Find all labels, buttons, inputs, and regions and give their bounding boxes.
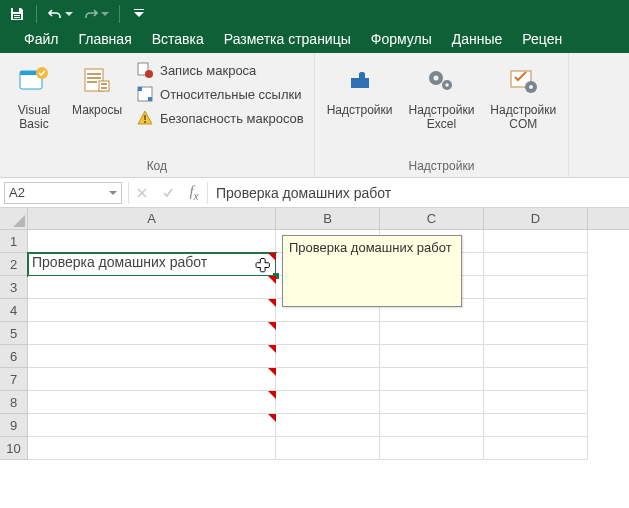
group-code: Visual Basic Макросы Запись макроса Отно… [0,53,315,177]
cell-D9[interactable] [484,414,588,437]
cell-C9[interactable] [380,414,484,437]
cell-A9[interactable] [28,414,276,437]
svg-rect-1 [13,14,21,19]
com-addins-icon [503,61,543,101]
svg-rect-19 [144,115,146,120]
svg-rect-12 [101,83,107,85]
group-addins-label: Надстройки [321,157,563,175]
tab-data[interactable]: Данные [442,27,513,53]
tab-layout[interactable]: Разметка страницы [214,27,361,53]
relative-refs-button[interactable]: Относительные ссылки [132,83,308,105]
group-code-label: Код [6,157,308,175]
formula-bar: A2 fx [0,178,629,208]
svg-point-25 [434,76,439,81]
svg-rect-9 [87,77,101,79]
macro-security-button[interactable]: Безопасность макросов [132,107,308,129]
col-header-B[interactable]: B [276,208,380,229]
ribbon: Visual Basic Макросы Запись макроса Отно… [0,53,629,178]
cell-A8[interactable] [28,391,276,414]
cell-D4[interactable] [484,299,588,322]
row-header-1[interactable]: 1 [0,230,28,253]
cell-D7[interactable] [484,368,588,391]
macros-label: Макросы [72,103,122,117]
row-header-3[interactable]: 3 [0,276,28,299]
comment-tooltip: Проверка домашних работ [282,235,462,307]
svg-point-26 [446,83,450,87]
svg-point-15 [145,70,153,78]
cell-D5[interactable] [484,322,588,345]
com-addins-button[interactable]: Надстройки COM [484,57,562,157]
macros-button[interactable]: Макросы [66,57,128,157]
name-box-value: A2 [9,185,25,200]
cell-C8[interactable] [380,391,484,414]
row-header-5[interactable]: 5 [0,322,28,345]
cell-C6[interactable] [380,345,484,368]
cell-B9[interactable] [276,414,380,437]
redo-button[interactable] [79,7,113,21]
svg-rect-18 [148,97,152,101]
cell-A6[interactable] [28,345,276,368]
cell-B8[interactable] [276,391,380,414]
cell-A7[interactable] [28,368,276,391]
tab-file[interactable]: Файл [14,27,68,53]
addins-button[interactable]: Надстройки [321,57,399,157]
cancel-formula-button[interactable] [129,182,155,204]
svg-rect-20 [144,121,146,123]
formula-input[interactable] [216,185,629,201]
cell-A4[interactable] [28,299,276,322]
comment-tooltip-text: Проверка домашних работ [289,240,452,255]
cell-A5[interactable] [28,322,276,345]
tab-home[interactable]: Главная [68,27,141,53]
cell-C10[interactable] [380,437,484,460]
cell-D3[interactable] [484,276,588,299]
cell-B10[interactable] [276,437,380,460]
row-header-7[interactable]: 7 [0,368,28,391]
cell-A1[interactable] [28,230,276,253]
enter-formula-button[interactable] [155,182,181,204]
cell-A2[interactable]: Проверка домашних работ [28,253,276,276]
col-header-D[interactable]: D [484,208,588,229]
relative-refs-label: Относительные ссылки [160,87,301,102]
tab-formulas[interactable]: Формулы [361,27,442,53]
cell-D8[interactable] [484,391,588,414]
cell-D1[interactable] [484,230,588,253]
select-all-corner[interactable] [0,208,28,230]
undo-button[interactable] [43,7,77,21]
col-header-A[interactable]: A [28,208,276,229]
row-header-4[interactable]: 4 [0,299,28,322]
visual-basic-button[interactable]: Visual Basic [6,57,62,157]
fx-button[interactable]: fx [181,182,207,204]
cell-D10[interactable] [484,437,588,460]
row-header-10[interactable]: 10 [0,437,28,460]
cell-B6[interactable] [276,345,380,368]
excel-addins-button[interactable]: Надстройки Excel [403,57,481,157]
warning-icon [136,109,154,127]
qat-customize-icon[interactable] [126,2,152,26]
tab-insert[interactable]: Вставка [142,27,214,53]
col-header-C[interactable]: C [380,208,484,229]
record-macro-button[interactable]: Запись макроса [132,59,308,81]
spreadsheet-grid[interactable]: ABCD 12345678910 Проверка домашних работ… [0,208,629,478]
cell-D2[interactable] [484,253,588,276]
comment-indicator-icon [268,368,276,376]
tab-review[interactable]: Рецен [512,27,572,53]
comment-indicator-icon [268,414,276,422]
quick-access-toolbar [0,0,629,27]
name-box[interactable]: A2 [4,182,122,204]
row-header-8[interactable]: 8 [0,391,28,414]
cell-C7[interactable] [380,368,484,391]
save-icon[interactable] [4,2,30,26]
cell-B5[interactable] [276,322,380,345]
cell-A10[interactable] [28,437,276,460]
cell-B7[interactable] [276,368,380,391]
record-macro-icon [136,61,154,79]
row-header-2[interactable]: 2 [0,253,28,276]
cell-D6[interactable] [484,345,588,368]
cell-C5[interactable] [380,322,484,345]
row-header-9[interactable]: 9 [0,414,28,437]
cell-A3[interactable] [28,276,276,299]
visual-basic-label: Visual Basic [18,103,50,131]
svg-rect-0 [13,8,19,12]
macros-icon [77,61,117,101]
row-header-6[interactable]: 6 [0,345,28,368]
